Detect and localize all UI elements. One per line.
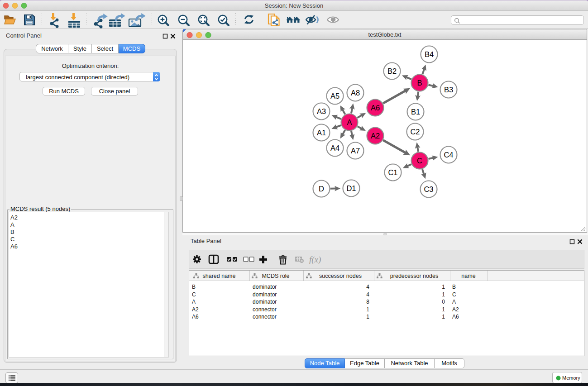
svg-text:A3: A3 [317, 107, 326, 115]
svg-text:C1: C1 [388, 168, 397, 176]
svg-text:A8: A8 [351, 89, 360, 97]
svg-text:A4: A4 [330, 144, 339, 152]
svg-text:B: B [417, 79, 422, 87]
svg-text:A6: A6 [371, 104, 380, 112]
svg-text:C: C [417, 157, 422, 165]
svg-text:A2: A2 [371, 132, 380, 140]
svg-text:C2: C2 [410, 128, 420, 136]
svg-text:C4: C4 [444, 151, 453, 159]
svg-text:D1: D1 [346, 184, 356, 192]
svg-text:A: A [347, 118, 352, 126]
svg-text:B2: B2 [387, 67, 397, 75]
svg-text:A5: A5 [330, 92, 339, 100]
svg-text:B3: B3 [444, 86, 453, 94]
svg-text:A1: A1 [317, 129, 326, 137]
svg-text:B4: B4 [425, 50, 434, 58]
svg-text:A7: A7 [351, 147, 360, 155]
svg-text:B1: B1 [411, 108, 420, 116]
svg-text:C3: C3 [424, 185, 433, 193]
svg-text:f(x): f(x) [309, 255, 321, 265]
svg-text:D: D [319, 185, 324, 193]
